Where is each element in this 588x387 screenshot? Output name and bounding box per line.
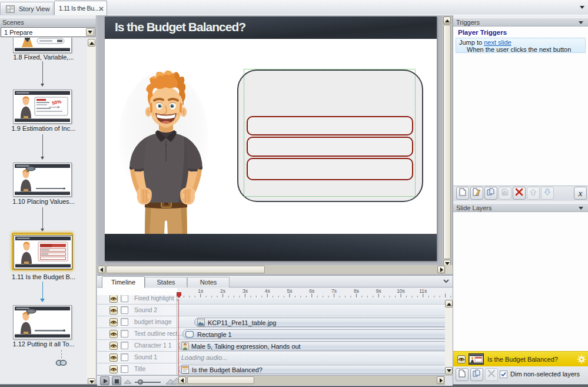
svg-text:6s: 6s [309,288,314,294]
svg-text:11s: 11s [419,288,427,294]
svg-text:4s: 4s [265,288,270,294]
svg-text:1s: 1s [198,288,203,294]
svg-text:9s: 9s [376,288,381,294]
svg-text:8s: 8s [354,288,359,294]
svg-text:2s: 2s [220,288,225,294]
svg-text:10s: 10s [397,288,405,294]
svg-text:5s: 5s [287,288,293,294]
svg-text:3s: 3s [242,288,248,294]
svg-text:7s: 7s [331,288,337,294]
